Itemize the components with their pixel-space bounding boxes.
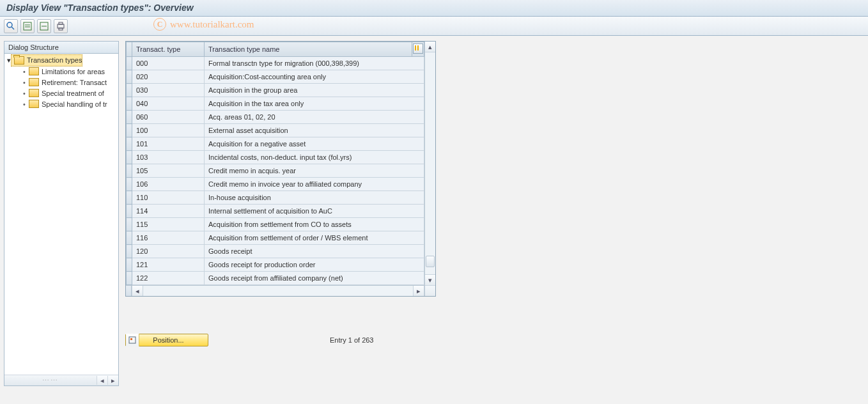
cell-transact-type[interactable]: 120 [132,245,205,258]
cell-transact-type[interactable]: 106 [132,178,205,191]
row-selector[interactable] [127,84,132,97]
row-selector[interactable] [127,97,132,111]
svg-rect-8 [59,22,63,24]
row-selector[interactable] [127,245,132,258]
column-transaction-type-name[interactable]: Transaction type name [205,42,412,57]
tree-node-child[interactable]: •Special treatment of [4,88,118,98]
row-selector[interactable] [127,70,132,84]
table-vertical-scrollbar[interactable]: ▴ ▾ [424,42,435,296]
cell-transaction-type-name[interactable]: Incidental costs, non-deduct. input tax … [205,151,424,164]
table-row[interactable]: 110In-house acquisition [127,191,424,205]
table-horizontal-scrollbar[interactable]: ◂ ▸ [126,285,424,296]
row-selector[interactable] [127,137,132,151]
row-selector[interactable] [127,191,132,205]
cell-transact-type[interactable]: 000 [132,57,205,70]
table-row[interactable]: 103Incidental costs, non-deduct. input t… [127,151,424,164]
table-row[interactable]: 115Acquisition from settlement from CO t… [127,218,424,231]
cell-transaction-type-name[interactable]: Goods receipt from affiliated company (n… [205,272,424,285]
table-row[interactable]: 116Acquisition from settlement of order … [127,231,424,245]
sidebar-horizontal-scrollbar[interactable]: ⋯⋯ ◂ ▸ [4,375,118,385]
row-selector[interactable] [127,178,132,191]
table-row[interactable]: 040Acquisition in the tax area only [127,97,424,111]
tree-node-child[interactable]: •Special handling of tr [4,98,118,109]
cell-transact-type[interactable]: 060 [132,111,205,124]
cell-transaction-type-name[interactable]: Goods receipt for production order [205,258,424,272]
table-row[interactable]: 030Acquisition in the group area [127,84,424,97]
watermark: C www.tutorialkart.com [153,18,254,31]
cell-transact-type[interactable]: 110 [132,191,205,205]
cell-transaction-type-name[interactable]: Credit memo in invoice year to affiliate… [205,178,424,191]
tree-node-transaction-types[interactable]: Transaction types [11,54,82,66]
cell-transact-type[interactable]: 114 [132,205,205,218]
tree-node-child[interactable]: •Limitations for areas [4,66,118,77]
table-row[interactable]: 106Credit memo in invoice year to affili… [127,178,424,191]
cell-transaction-type-name[interactable]: External asset acquisition [205,124,424,137]
table-row[interactable]: 120Goods receipt [127,245,424,258]
table-row[interactable]: 114Internal settlement of acquisition to… [127,205,424,218]
table-row[interactable]: 122Goods receipt from affiliated company… [127,272,424,285]
table-row[interactable]: 100External asset acquisition [127,124,424,137]
scroll-left-icon[interactable]: ◂ [97,376,107,385]
cell-transaction-type-name[interactable]: Acquisition for a negative asset [205,137,424,151]
table-row[interactable]: 101Acquisition for a negative asset [127,137,424,151]
tree-bullet-icon: • [21,79,27,86]
row-selector[interactable] [127,258,132,272]
cell-transact-type[interactable]: 116 [132,231,205,245]
table-config-button[interactable] [412,42,424,57]
hscroll-right-icon[interactable]: ▸ [413,286,424,296]
entry-count-label: Entry 1 of 263 [330,336,374,344]
cell-transact-type[interactable]: 103 [132,151,205,164]
row-selector[interactable] [127,231,132,245]
cell-transaction-type-name[interactable]: Acquisition:Cost-accounting area only [205,70,424,84]
cell-transact-type[interactable]: 100 [132,124,205,137]
cell-transaction-type-name[interactable]: In-house acquisition [205,191,424,205]
cell-transact-type[interactable]: 105 [132,164,205,178]
row-selector[interactable] [127,151,132,164]
cell-transaction-type-name[interactable]: Internal settlement of acquisition to Au… [205,205,424,218]
collapse-button[interactable] [37,19,51,33]
row-selector[interactable] [127,57,132,70]
row-selector[interactable] [127,124,132,137]
row-selector[interactable] [127,111,132,124]
folder-icon [29,89,39,97]
table-row[interactable]: 000Formal transctn type for migration (0… [127,57,424,70]
scroll-right-icon[interactable]: ▸ [107,376,118,385]
tree-node-child[interactable]: •Retirement: Transact [4,77,118,88]
vscroll-thumb[interactable] [426,256,435,267]
cell-transaction-type-name[interactable]: Acquisition from settlement of order / W… [205,231,424,245]
cell-transact-type[interactable]: 030 [132,84,205,97]
table-row[interactable]: 121Goods receipt for production order [127,258,424,272]
cell-transact-type[interactable]: 020 [132,70,205,84]
cell-transact-type[interactable]: 040 [132,97,205,111]
hscroll-left-icon[interactable]: ◂ [132,286,143,296]
cell-transaction-type-name[interactable]: Acquisition from settlement from CO to a… [205,218,424,231]
row-selector[interactable] [127,218,132,231]
cell-transact-type[interactable]: 101 [132,137,205,151]
cell-transact-type[interactable]: 115 [132,218,205,231]
cell-transaction-type-name[interactable]: Goods receipt [205,245,424,258]
cell-transact-type[interactable]: 122 [132,272,205,285]
table-row[interactable]: 060Acq. areas 01, 02, 20 [127,111,424,124]
row-selector-header[interactable] [127,42,132,57]
tree-bullet-icon: • [21,89,27,97]
cell-transaction-type-name[interactable]: Acq. areas 01, 02, 20 [205,111,424,124]
cell-transaction-type-name[interactable]: Formal transctn type for migration (000,… [205,57,424,70]
tree-node-label: Transaction types [27,56,82,64]
details-button[interactable] [4,19,18,33]
row-selector[interactable] [127,205,132,218]
vscroll-up-icon[interactable]: ▴ [425,42,435,52]
row-selector[interactable] [127,164,132,178]
table-row[interactable]: 020Acquisition:Cost-accounting area only [127,70,424,84]
sidebar-resize-handle-icon[interactable]: ⋯⋯ [4,377,97,385]
cell-transaction-type-name[interactable]: Acquisition in the group area [205,84,424,97]
expand-button[interactable] [20,19,35,33]
column-transact-type[interactable]: Transact. type [132,42,205,57]
vscroll-down-icon[interactable]: ▾ [425,274,435,285]
table-row[interactable]: 105Credit memo in acquis. year [127,164,424,178]
print-button[interactable] [54,19,68,33]
cell-transaction-type-name[interactable]: Acquisition in the tax area only [205,97,424,111]
row-selector[interactable] [127,272,132,285]
position-button[interactable]: Position... [125,334,208,346]
cell-transact-type[interactable]: 121 [132,258,205,272]
cell-transaction-type-name[interactable]: Credit memo in acquis. year [205,164,424,178]
